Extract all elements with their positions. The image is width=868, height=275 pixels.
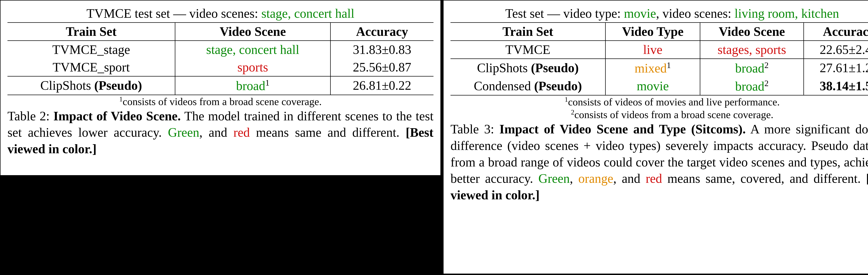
cell: TVMCE_stage: [7, 41, 175, 59]
table-row: ClipShots (Pseudo) mixed1 broad2 27.61±1…: [451, 59, 868, 77]
text-green: broad: [735, 61, 765, 75]
table-2-footnote: 1consists of videos from a broad scene c…: [7, 95, 433, 108]
text: Condensed: [474, 79, 534, 93]
cell: 22.65±2.43: [804, 41, 868, 59]
text-green: broad: [236, 79, 266, 93]
cell: ClipShots (Pseudo): [7, 76, 175, 95]
text-bold: (Pseudo): [534, 79, 582, 93]
table-3-title: Test set — video type: movie, video scen…: [451, 5, 868, 23]
text-red: red: [646, 171, 662, 186]
text: means same, covered, and different.: [662, 171, 866, 186]
text: consists of videos from a broad scene co…: [123, 96, 322, 107]
cell: TVMCE_sport: [7, 58, 175, 76]
text-green: living room, kitchen: [735, 6, 839, 21]
cell: 31.83±0.83: [330, 41, 433, 59]
text-green: movie: [624, 6, 656, 21]
cell: 26.81±0.22: [330, 76, 433, 95]
cell: broad1: [175, 76, 330, 95]
table-row: TVMCE_sport sports 25.56±0.87: [7, 58, 433, 76]
table-3-footnote-2: 2consists of videos from a broad scene c…: [451, 108, 868, 121]
text-green: broad: [735, 79, 765, 93]
text-green: Green: [168, 125, 199, 139]
text-green: stage, concert hall: [261, 6, 354, 21]
text: ,: [570, 171, 578, 186]
superscript: 2: [571, 108, 575, 116]
table-2-title: TVMCE test set — video scenes: stage, co…: [7, 5, 433, 23]
col-trainset: Train Set: [451, 23, 606, 41]
text: Table 3:: [451, 122, 499, 136]
text: , video scenes:: [656, 6, 735, 21]
page-root: TVMCE test set — video scenes: stage, co…: [0, 0, 868, 275]
cell: mixed1: [606, 59, 700, 77]
text-red: red: [234, 125, 250, 139]
cell: broad2: [700, 77, 804, 95]
cell: 27.61±1.20: [804, 59, 868, 77]
table-3-caption: Table 3: Impact of Video Scene and Type …: [451, 121, 868, 203]
col-type: Video Type: [606, 23, 700, 41]
superscript: 1: [564, 96, 568, 103]
text: ClipShots: [477, 61, 531, 75]
superscript: 1: [119, 95, 123, 103]
cell-red: stages, sports: [700, 41, 804, 59]
text: ClipShots: [40, 78, 94, 92]
text-orange: mixed: [635, 61, 667, 75]
text-bold: Impact of Video Scene and Type (Sitcoms)…: [499, 122, 746, 136]
cell: ClipShots (Pseudo): [451, 59, 606, 77]
text-bold: Impact of Video Scene.: [54, 109, 181, 123]
text: Table 2:: [7, 109, 54, 123]
text: Test set — video type:: [505, 6, 624, 21]
cell: 25.56±0.87: [330, 58, 433, 76]
text: TVMCE test set — video scenes:: [87, 6, 261, 21]
col-trainset: Train Set: [7, 23, 175, 41]
superscript: 1: [265, 78, 270, 87]
text: means same and different.: [250, 125, 406, 139]
text-green: Green: [538, 171, 570, 186]
text-bold: (Pseudo): [94, 78, 142, 92]
table-row: TVMCE live stages, sports 22.65±2.43: [451, 41, 868, 59]
superscript: 2: [764, 60, 769, 70]
cell: TVMCE: [451, 41, 606, 59]
cell-bold: 38.14±1.50: [804, 77, 868, 95]
table-2-panel: TVMCE test set — video scenes: stage, co…: [0, 0, 441, 176]
table-2: TVMCE test set — video scenes: stage, co…: [7, 5, 433, 95]
col-scene: Video Scene: [175, 23, 330, 41]
cell-green: movie: [606, 77, 700, 95]
cell-red: live: [606, 41, 700, 59]
table-3-panel: Test set — video type: movie, video scen…: [443, 0, 868, 274]
text-bold: (Pseudo): [531, 61, 579, 75]
table-row: Condensed (Pseudo) movie broad2 38.14±1.…: [451, 77, 868, 95]
text: , and: [613, 171, 646, 186]
table-2-caption: Table 2: Impact of Video Scene. The mode…: [7, 108, 433, 157]
cell-green: stage, concert hall: [175, 41, 330, 59]
cell: Condensed (Pseudo): [451, 77, 606, 95]
text: consists of videos from a broad scene co…: [575, 109, 773, 120]
table-row: TVMCE_stage stage, concert hall 31.83±0.…: [7, 41, 433, 59]
col-acc: Accuracy: [330, 23, 433, 41]
cell-red: sports: [175, 58, 330, 76]
superscript: 2: [764, 79, 769, 88]
col-acc: Accuracy: [804, 23, 868, 41]
col-scene: Video Scene: [700, 23, 804, 41]
table-3-footnote-1: 1consists of videos of movies and live p…: [451, 95, 868, 108]
table-3: Test set — video type: movie, video scen…: [451, 5, 868, 95]
text-orange: orange: [578, 171, 613, 186]
text: consists of videos of movies and live pe…: [568, 96, 780, 108]
text: , and: [199, 125, 233, 139]
superscript: 1: [667, 60, 671, 70]
cell: broad2: [700, 59, 804, 77]
table-row: ClipShots (Pseudo) broad1 26.81±0.22: [7, 76, 433, 95]
